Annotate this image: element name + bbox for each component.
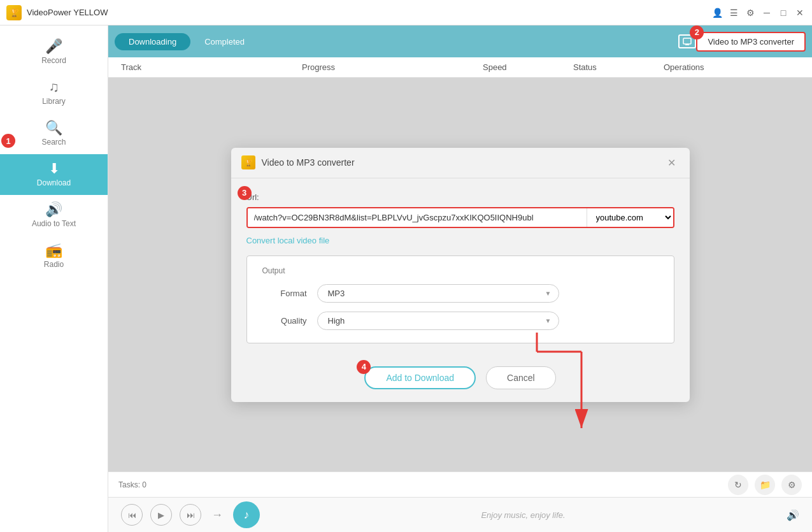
app-logo: 🏆	[6, 5, 22, 20]
quality-label: Quality	[262, 316, 307, 326]
arrow-icon: →	[211, 508, 223, 522]
col-operations: Operations	[664, 62, 799, 72]
volume-icon: 🔊	[787, 509, 799, 521]
tasks-text: Tasks: 0	[118, 480, 146, 489]
prev-icon: ⏮	[128, 510, 136, 520]
profile-icon[interactable]: 👤	[711, 7, 723, 18]
record-icon: 🎤	[45, 40, 62, 54]
sidebar-label-search: Search	[41, 138, 66, 147]
badge-3: 3	[238, 186, 252, 200]
modal-logo: 🏆	[241, 155, 255, 169]
sidebar-label-audio: Audio to Text	[32, 219, 76, 228]
cancel-button[interactable]: Cancel	[486, 366, 556, 389]
badge-4: 4	[357, 360, 371, 374]
col-status: Status	[573, 62, 664, 72]
format-label: Format	[262, 289, 307, 298]
format-select-wrapper: MP3 MP4 WAV AAC	[317, 284, 559, 303]
add-to-download-button[interactable]: Add to Download	[364, 366, 476, 389]
modal-actions: 4 Add to Download Cancel	[231, 366, 690, 402]
url-source-select[interactable]: youtube.com soundcloud.com vimeo.com	[587, 208, 673, 227]
folder-btn[interactable]: 📁	[755, 475, 775, 495]
format-row: Format MP3 MP4 WAV AAC	[262, 284, 659, 303]
player-text: Enjoy music, enjoy life.	[267, 510, 779, 520]
library-icon: ♫	[48, 80, 59, 94]
modal-header: 🏆 Video to MP3 converter ✕	[231, 148, 690, 178]
table-header: Track Progress Speed Status Operations	[108, 57, 812, 78]
download-icon: ⬇	[48, 162, 60, 176]
sidebar-item-audio-to-text[interactable]: 🔊 Audio to Text	[0, 195, 108, 236]
output-label: Output	[262, 266, 659, 275]
next-btn[interactable]: ⏭	[180, 504, 201, 526]
sidebar-item-record[interactable]: 🎤 Record	[0, 32, 108, 73]
modal-title: Video to MP3 converter	[262, 157, 657, 168]
svg-rect-0	[683, 38, 691, 44]
music-icon: ♪	[244, 508, 250, 522]
format-select[interactable]: MP3 MP4 WAV AAC	[317, 284, 559, 303]
table-content: 🏆 Video to MP3 converter ✕ 3 Url:	[108, 78, 812, 471]
col-speed: Speed	[483, 62, 573, 72]
col-track: Track	[121, 62, 302, 72]
sidebar-label-record: Record	[41, 56, 66, 65]
audio-icon: 🔊	[45, 203, 62, 217]
sidebar-item-radio[interactable]: 📻 Radio	[0, 236, 108, 277]
modal-overlay: 🏆 Video to MP3 converter ✕ 3 Url:	[108, 78, 812, 471]
top-bar: Downloading Completed 2 Video to MP3 con…	[108, 25, 812, 57]
play-icon: ▶	[158, 510, 164, 520]
sidebar-item-library[interactable]: ♫ Library	[0, 73, 108, 113]
player-bar: ⏮ ▶ ⏭ → ♪ Enjoy music, enjoy life. 🔊	[108, 497, 812, 532]
sidebar: 1 🎤 Record ♫ Library 🔍 Search ⬇ Download…	[0, 25, 108, 532]
list-icon[interactable]: ☰	[728, 7, 739, 18]
search-icon: 🔍	[45, 121, 62, 135]
next-icon: ⏭	[187, 510, 195, 520]
sidebar-label-library: Library	[42, 97, 66, 106]
play-btn[interactable]: ▶	[150, 504, 172, 526]
url-input[interactable]	[248, 208, 587, 227]
modal-body: 3 Url: youtube.com soundcloud.com vimeo.…	[231, 178, 690, 366]
badge-1: 1	[1, 134, 15, 148]
converter-button[interactable]: Video to MP3 converter	[696, 32, 806, 52]
title-controls: 👤 ☰ ⚙ ─ □ ✕	[711, 7, 806, 18]
sidebar-item-search[interactable]: 🔍 Search	[0, 113, 108, 154]
sidebar-label-radio: Radio	[44, 260, 64, 269]
title-bar: 🏆 VideoPower YELLOW 👤 ☰ ⚙ ─ □ ✕	[0, 0, 812, 25]
prev-btn[interactable]: ⏮	[121, 504, 143, 526]
convert-local-link[interactable]: Convert local video file	[246, 236, 330, 245]
settings-btn[interactable]: ⚙	[781, 475, 802, 495]
bottom-icons: ↻ 📁 ⚙	[728, 475, 802, 495]
radio-icon: 📻	[45, 243, 62, 257]
main-layout: 1 🎤 Record ♫ Library 🔍 Search ⬇ Download…	[0, 25, 812, 532]
close-btn[interactable]: ✕	[794, 7, 806, 18]
modal-dialog: 🏆 Video to MP3 converter ✕ 3 Url:	[231, 148, 690, 402]
sidebar-item-download[interactable]: ⬇ Download	[0, 154, 108, 195]
quality-row: Quality High Medium Low	[262, 312, 659, 330]
minimize-btn[interactable]: ─	[761, 7, 773, 18]
quality-select[interactable]: High Medium Low	[317, 312, 559, 330]
content-area: Downloading Completed 2 Video to MP3 con…	[108, 25, 812, 532]
col-progress: Progress	[302, 62, 483, 72]
app-title: VideoPower YELLOW	[27, 8, 711, 17]
url-input-row: youtube.com soundcloud.com vimeo.com	[246, 207, 674, 228]
bottom-bar: Tasks: 0 ↻ 📁 ⚙	[108, 471, 812, 497]
tab-completed[interactable]: Completed	[190, 33, 259, 50]
tab-downloading[interactable]: Downloading	[115, 33, 190, 50]
refresh-btn[interactable]: ↻	[728, 475, 748, 495]
output-section: Output Format MP3 MP4 WAV AAC	[246, 255, 674, 343]
quality-select-wrapper: High Medium Low	[317, 312, 559, 330]
badge-2: 2	[690, 25, 704, 40]
maximize-btn[interactable]: □	[778, 7, 789, 18]
modal-close-button[interactable]: ✕	[664, 155, 680, 170]
music-btn[interactable]: ♪	[233, 501, 260, 528]
settings-icon[interactable]: ⚙	[744, 7, 756, 18]
sidebar-label-download: Download	[37, 178, 71, 187]
